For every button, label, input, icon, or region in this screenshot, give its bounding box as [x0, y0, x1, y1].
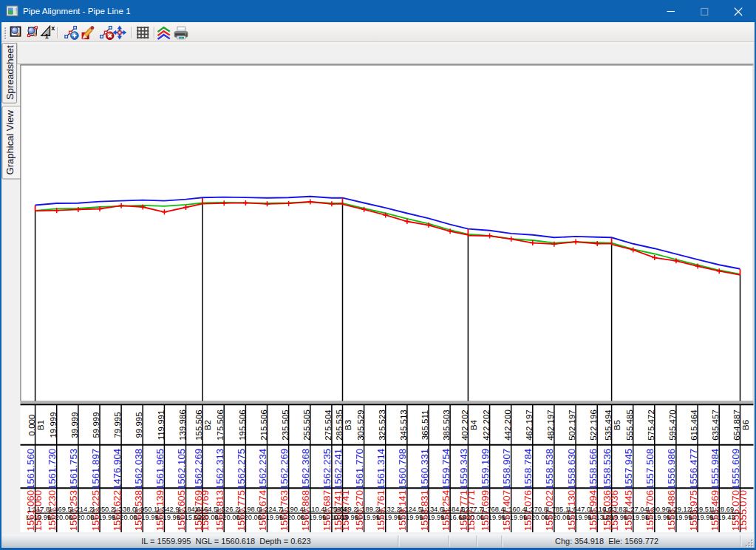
- svg-text:1560.798: 1560.798: [398, 449, 409, 489]
- svg-text:1559.754: 1559.754: [440, 449, 452, 489]
- svg-text:654.887: 654.887: [732, 410, 741, 441]
- svg-text:1560.331: 1560.331: [419, 449, 430, 489]
- svg-text:1559.199: 1559.199: [480, 449, 491, 489]
- svg-text:1559.343: 1559.343: [458, 449, 469, 489]
- svg-text:Chg: 354.918 Ele: 1569.772: Chg: 354.918 Ele: 1569.772: [555, 537, 658, 546]
- svg-text:1:647.0: 1:647.0: [568, 506, 590, 513]
- svg-text:1:529.2: 1:529.2: [334, 506, 357, 513]
- svg-text:305.529: 305.529: [356, 410, 365, 441]
- svg-text:385.503: 385.503: [442, 410, 451, 441]
- svg-text:1:124.5: 1:124.5: [399, 506, 422, 513]
- svg-text:422.202: 422.202: [482, 410, 491, 441]
- svg-text:1561.897: 1561.897: [90, 449, 101, 489]
- svg-text:B2: B2: [203, 420, 212, 430]
- svg-text:B4: B4: [469, 419, 478, 430]
- svg-text:1558.784: 1558.784: [522, 449, 534, 489]
- svg-text:1555.609: 1555.609: [730, 449, 741, 489]
- svg-text:1562.235: 1562.235: [322, 449, 333, 489]
- svg-text:139.986: 139.986: [178, 410, 187, 441]
- svg-text:B6: B6: [741, 420, 750, 430]
- svg-text:1:214.2: 1:214.2: [70, 506, 93, 513]
- svg-text:1:110.4: 1:110.4: [302, 506, 324, 513]
- svg-text:1:542.9: 1:542.9: [156, 506, 179, 513]
- svg-text:0.000: 0.000: [27, 415, 36, 436]
- svg-text:1:850.2: 1:850.2: [92, 506, 115, 513]
- svg-text:462.197: 462.197: [525, 410, 534, 441]
- svg-text:1:134.6: 1:134.6: [420, 506, 443, 513]
- svg-text:x: x: [51, 24, 55, 32]
- svg-text:1: 1: [45, 33, 49, 40]
- svg-text:1561.730: 1561.730: [47, 449, 58, 489]
- svg-text:615.464: 615.464: [689, 410, 698, 441]
- svg-text:442.200: 442.200: [503, 410, 512, 441]
- svg-text:B5: B5: [613, 420, 622, 430]
- svg-text:1562.038: 1562.038: [133, 449, 144, 489]
- svg-text:365.511: 365.511: [420, 410, 429, 441]
- svg-text:1558.907: 1558.907: [501, 449, 512, 489]
- svg-text:59.999: 59.999: [92, 412, 101, 438]
- svg-text:1555.984: 1555.984: [709, 449, 721, 489]
- svg-text:1:338.0: 1:338.0: [113, 506, 136, 513]
- svg-text:1562.269: 1562.269: [193, 449, 204, 489]
- svg-text:1:469.5: 1:469.5: [49, 506, 72, 513]
- svg-text:502.197: 502.197: [568, 410, 576, 441]
- svg-text:1:270.8: 1:270.8: [525, 506, 548, 513]
- svg-text:1476.904: 1476.904: [112, 449, 123, 489]
- svg-text:1558.630: 1558.630: [566, 449, 577, 489]
- svg-text:555.485: 555.485: [625, 410, 634, 441]
- svg-text:1562.275: 1562.275: [236, 449, 247, 489]
- svg-text:B3: B3: [344, 420, 353, 430]
- svg-text:175.506: 175.506: [216, 410, 225, 441]
- svg-text:L=19.43: L=19.43: [710, 514, 735, 521]
- svg-text:1561.965: 1561.965: [154, 449, 166, 489]
- svg-text:1:526.2: 1:526.2: [216, 506, 239, 513]
- svg-text:1561.560: 1561.560: [25, 449, 36, 489]
- svg-text:1:224.7: 1:224.7: [259, 506, 282, 513]
- svg-text:215.506: 215.506: [259, 410, 268, 441]
- svg-text:1:29.12: 1:29.12: [668, 506, 691, 513]
- svg-text:1:28.69: 1:28.69: [711, 506, 734, 513]
- svg-text:1558.536: 1558.536: [602, 449, 613, 489]
- svg-text:1562.368: 1562.368: [300, 449, 311, 489]
- svg-text:1562.234: 1562.234: [257, 449, 268, 489]
- svg-text:119.991: 119.991: [157, 410, 166, 441]
- svg-text:1562.269: 1562.269: [279, 449, 290, 489]
- svg-text:1558.566: 1558.566: [588, 449, 599, 489]
- svg-text:402.202: 402.202: [460, 410, 469, 441]
- svg-text:1:189.2: 1:189.2: [356, 506, 379, 513]
- svg-text:1:132.2: 1:132.2: [378, 506, 401, 513]
- svg-text:1:464.5: 1:464.5: [194, 506, 217, 513]
- svg-text:1562.313: 1562.313: [214, 449, 225, 489]
- svg-text:1:23.82: 1:23.82: [604, 506, 627, 513]
- svg-text:1557.945: 1557.945: [623, 449, 634, 489]
- svg-text:1562.241: 1562.241: [333, 449, 344, 489]
- svg-text:Spreadsheet: Spreadsheet: [4, 45, 16, 100]
- svg-text:IL = 1559.995 NGL = 1560.618: IL = 1559.995 NGL = 1560.618 Depth = 0.6…: [141, 537, 310, 546]
- svg-text:345.513: 345.513: [399, 410, 408, 441]
- svg-text:535.494: 535.494: [604, 410, 613, 441]
- svg-text:575.472: 575.472: [647, 410, 655, 441]
- svg-text:1:190.4: 1:190.4: [281, 506, 304, 513]
- svg-text:1556.986: 1556.986: [667, 449, 678, 489]
- svg-text:1:117.8: 1:117.8: [27, 506, 50, 513]
- svg-text:1:277.7: 1:277.7: [460, 506, 483, 513]
- svg-text:1558.538: 1558.538: [545, 449, 556, 489]
- svg-text:19.999: 19.999: [49, 412, 58, 438]
- svg-text:39.999: 39.999: [70, 412, 79, 438]
- svg-text:1557.508: 1557.508: [644, 449, 655, 489]
- svg-text:482.197: 482.197: [546, 410, 555, 441]
- svg-text:Pipe Alignment - Pipe Line 1: Pipe Alignment - Pipe Line 1: [23, 6, 131, 16]
- svg-text:1:950.1: 1:950.1: [134, 506, 157, 513]
- svg-text:1561.314: 1561.314: [375, 449, 386, 489]
- svg-text:1561.753: 1561.753: [69, 449, 80, 489]
- svg-text:B1: B1: [36, 420, 45, 430]
- svg-text:255.505: 255.505: [302, 410, 311, 441]
- svg-text:635.457: 635.457: [711, 410, 720, 441]
- svg-text:1:785.1: 1:785.1: [546, 506, 569, 513]
- svg-text:1:39.51: 1:39.51: [689, 506, 712, 513]
- svg-text:1561.770: 1561.770: [354, 449, 365, 489]
- svg-text:1:27.04: 1:27.04: [625, 506, 648, 513]
- svg-text:195.506: 195.506: [238, 410, 247, 441]
- svg-text:79.995: 79.995: [113, 412, 122, 438]
- svg-text:1562.105: 1562.105: [176, 449, 187, 489]
